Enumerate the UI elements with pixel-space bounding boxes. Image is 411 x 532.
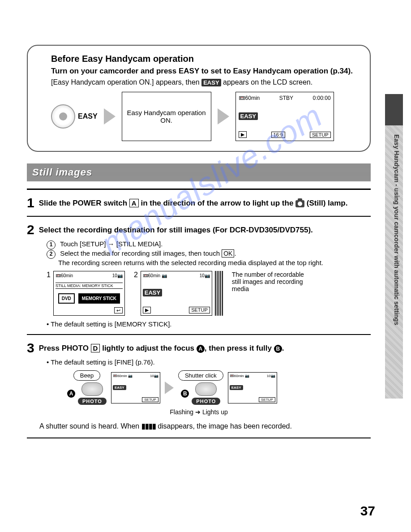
lcd-screen-1: Easy Handycam operation ON. (122, 92, 211, 141)
side-tab-text: Easy Handycam - using your camcorder wit… (387, 134, 400, 385)
play-icon: ▶ (143, 307, 151, 313)
step2-screens: 1 📼60min 10📷 STILL MEDIA: MEMORY STICK D… (47, 271, 371, 316)
intro-box: Before Easy Handycam operation Turn on y… (27, 45, 371, 152)
label-B-circle: B (181, 390, 189, 398)
step3-diagram: Beep A PHOTO 📼60min 📷10📷 EASY SETUP Shut… (67, 370, 371, 405)
easy-button-graphic: EASY (51, 104, 98, 129)
step2-note: • The default setting is [MEMORY STICK]. (47, 320, 371, 328)
arrow-icon (104, 108, 116, 124)
page-number: 37 (360, 503, 375, 519)
screen-annotation: The number of recordable still images an… (232, 271, 308, 292)
divider (27, 334, 371, 335)
dvd-option: DVD (58, 293, 75, 304)
label-A-circle: A (197, 345, 205, 353)
label-B-circle: B (274, 345, 282, 353)
label-A-box: A (129, 199, 139, 207)
intro-heading: Before Easy Handycam operation (51, 54, 360, 64)
page-content: Before Easy Handycam operation Turn on y… (0, 0, 411, 463)
setup-button: SETUP (189, 307, 210, 313)
easy-badge-icon: EASY (239, 112, 258, 120)
lcd-capture: 📼60min 📷10📷 EASY SETUP (228, 372, 277, 403)
intro-body: [Easy Handycam operation ON.] appears, t… (51, 78, 360, 86)
divider (27, 438, 371, 438)
photo-pad-icon (81, 382, 103, 396)
step-number: 1 (27, 196, 34, 210)
easy-button-circle-icon (51, 104, 75, 129)
easy-badge-icon: EASY (143, 289, 162, 296)
shutter-label: Shutter click (178, 370, 223, 381)
photo-button-graphic: PHOTO (78, 382, 107, 405)
step-number: 3 (27, 341, 34, 355)
ok-button-icon: OK (222, 249, 234, 257)
easy-button-label: EASY (78, 112, 98, 120)
step3-note: • The default setting is [FINE] (p.76). (47, 358, 371, 366)
lcd-still-media: 📼60min 10📷 STILL MEDIA: MEMORY STICK DVD… (53, 271, 125, 316)
flash-note: Flashing ➔ Lights up (27, 408, 371, 416)
step-3: 3 Press PHOTO D lightly to adjust the fo… (27, 341, 371, 355)
play-icon: ▶ (239, 131, 247, 138)
divider (27, 216, 371, 217)
return-icon: ↩ (114, 307, 123, 313)
memory-stick-option: MEMORY STICK (78, 293, 120, 304)
bars-icon: ▮▮▮▮ (141, 422, 156, 430)
aspect-icon: 16:9 (271, 132, 285, 138)
step-number: 2 (27, 223, 34, 236)
photo-pad-icon (195, 382, 217, 396)
label-A-circle: A (67, 390, 75, 398)
photo-button-graphic: PHOTO (192, 382, 220, 405)
substep-1: 1 Touch [SETUP] → [STILL MEDIA]. (47, 240, 371, 249)
lcd-focus: 📼60min 📷10📷 EASY SETUP (111, 372, 160, 403)
step3-trailing: A shutter sound is heard. When ▮▮▮▮ disa… (39, 422, 371, 430)
substep-2: 2 Select the media for recording still i… (47, 249, 371, 266)
section-header: Still images (27, 163, 371, 181)
setup-button: SETUP (310, 132, 331, 138)
easy-badge-icon: EASY (201, 79, 221, 86)
intro-diagram: EASY Easy Handycam operation ON. 📼60min … (51, 92, 360, 141)
arrow-icon (218, 108, 229, 124)
step-1: 1 Slide the POWER switch A in the direct… (27, 196, 371, 210)
indicator-bars-icon (215, 271, 223, 316)
lcd-screen-2: 📼60min STBY 0:00:00 EASY ▶ 16:9 SETUP (235, 92, 334, 141)
beep-label: Beep (73, 370, 100, 381)
label-D-box: D (91, 344, 100, 352)
lcd-recording: 📼60min 📷 10📷 EASY ▶ SETUP (141, 271, 212, 316)
intro-lead: Turn on your camcorder and press EASY to… (51, 67, 360, 76)
divider (27, 189, 371, 190)
arrow-icon (165, 382, 174, 394)
camera-icon (295, 200, 304, 207)
step-2: 2 Select the recording destination for s… (27, 223, 371, 236)
